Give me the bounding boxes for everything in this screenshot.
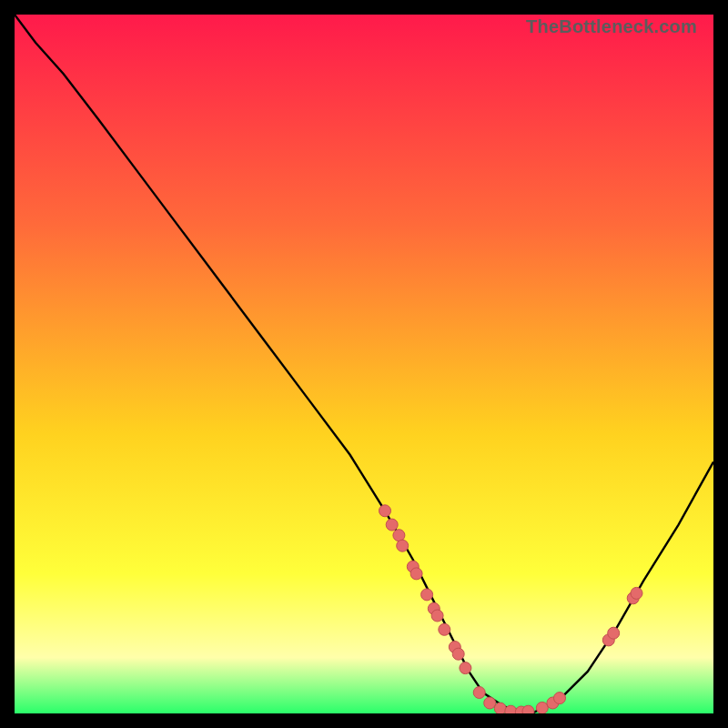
curve-marker [386,519,398,531]
chart-frame: TheBottleneck.com [15,15,713,713]
curve-marker [431,610,443,622]
curve-marker [522,705,534,713]
curve-marker [421,589,433,601]
curve-marker [397,540,409,551]
watermark-text: TheBottleneck.com [526,16,697,37]
curve-marker [439,623,450,635]
gradient-background [15,15,713,713]
curve-marker [410,568,422,580]
curve-marker [473,687,485,699]
curve-marker [452,648,464,660]
curve-marker [379,505,391,517]
curve-marker [608,627,620,639]
curve-marker [460,662,471,674]
bottleneck-plot [15,15,713,713]
curve-marker [536,702,548,713]
curve-marker [554,693,566,704]
curve-marker [631,587,642,599]
curve-marker [484,697,496,709]
